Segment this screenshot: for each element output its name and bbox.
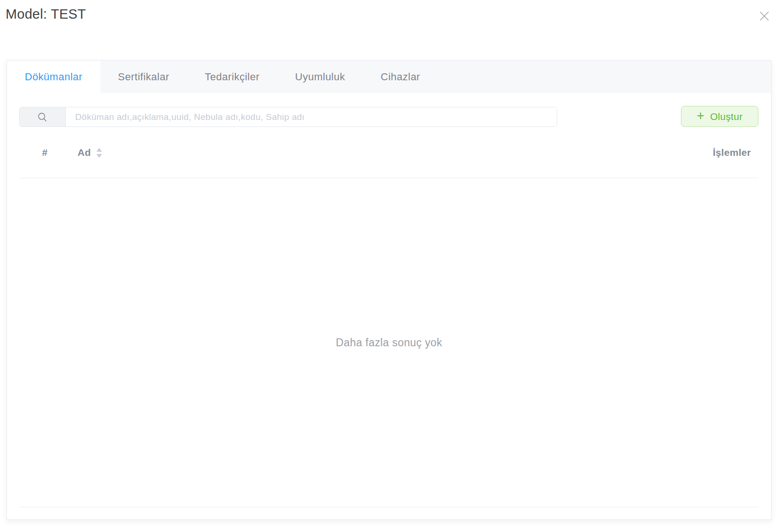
tab-cihazlar[interactable]: Cihazlar [363,61,438,93]
tab-sertifikalar[interactable]: Sertifikalar [100,61,187,93]
column-header-actions: İşlemler [713,147,751,158]
search-icon [37,112,48,122]
tab-bar: Dökümanlar Sertifikalar Tedarikçiler Uyu… [7,61,771,93]
search-icon-segment [20,107,66,126]
close-button[interactable] [758,10,770,22]
page-title: Model: TEST [6,7,86,22]
table-body: Daha fazla sonuç yok [7,178,771,507]
close-icon [759,11,769,21]
sort-icon[interactable] [96,147,103,158]
search-input[interactable] [66,107,557,126]
tab-uyumluluk[interactable]: Uyumluluk [277,61,363,93]
column-header-name[interactable]: Ad [78,147,103,158]
empty-state-message: Daha fazla sonuç yok [336,336,442,349]
modal-panel: Dökümanlar Sertifikalar Tedarikçiler Uyu… [7,60,772,520]
plus-icon: + [697,109,705,122]
tab-dokumanlar[interactable]: Dökümanlar [7,61,100,93]
column-header-index: # [42,147,48,158]
table-header-row: # Ad İşlemler [19,127,758,178]
tab-bar-filler [438,61,771,93]
toolbar: + Oluştur [19,107,758,127]
create-button[interactable]: + Oluştur [681,106,758,127]
column-header-name-label: Ad [78,147,91,158]
bottom-divider [19,507,758,507]
create-button-label: Oluştur [710,111,743,122]
search-group [19,107,557,127]
tab-tedarikciler[interactable]: Tedarikçiler [187,61,277,93]
